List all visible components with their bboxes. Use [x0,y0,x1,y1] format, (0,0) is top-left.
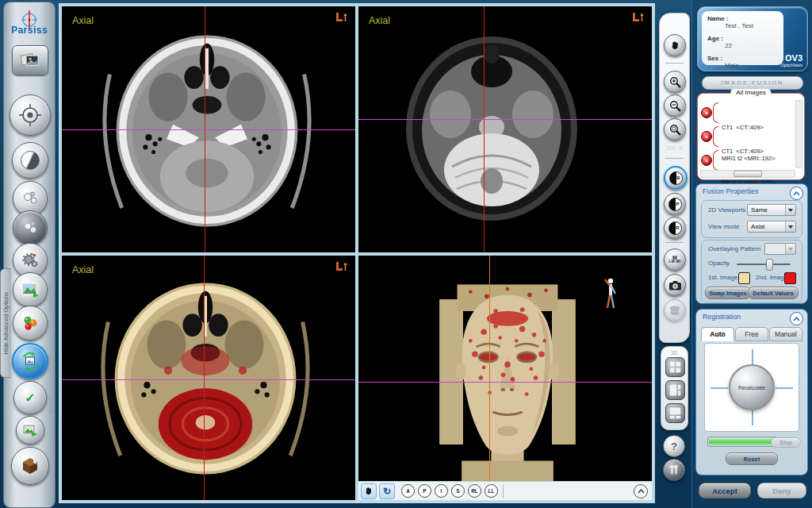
save-series-button[interactable] [664,299,686,321]
viewport-fused-axial[interactable]: Axial [62,256,355,500]
collapse-panel-button[interactable] [790,312,803,325]
orient-left-lateral-button[interactable]: LL [485,484,498,498]
rotate-3d-button[interactable]: ↻ [379,483,395,499]
measurement-icon: M LM:MI [669,255,681,264]
measure-button[interactable]: M LM:MI [664,248,686,271]
viewport-3d-render[interactable]: ↻ A P I S RL LL [358,256,652,500]
overlay-group: Overlaying Pattern Opacity 1st. Image 2n… [701,240,802,303]
window-preset2-button[interactable]: P [664,193,686,215]
windowing-tool-button[interactable] [12,142,48,179]
dropdown-arrow-icon [785,205,795,215]
image-fusion-header: IMAGE FUSION [702,76,803,90]
home-box-icon [20,456,40,476]
pair-bracket [713,102,718,123]
window-preset3-button[interactable]: R [664,217,686,239]
default-values-button[interactable]: Default Values [748,287,799,299]
export-image-button[interactable] [16,416,44,444]
scrollbar-thumb[interactable] [733,171,762,177]
orient-right-lateral-button[interactable]: RL [468,484,481,498]
crosshair-vertical-line[interactable] [484,6,485,252]
layout-main-top-button[interactable] [665,403,685,423]
exit-home-button[interactable] [11,447,49,485]
window-brain-button[interactable]: B [664,166,688,190]
pan-tool-button[interactable] [664,34,686,56]
patient-images-button[interactable] [12,45,48,75]
tab-manual[interactable]: Manual [769,327,802,341]
zoom-in-button[interactable] [664,71,686,93]
application-window: Parsiss [0,0,812,508]
layout-quad-icon [668,360,682,374]
contrast-icon: R [668,221,682,235]
dropdown-arrow-icon [785,244,795,254]
view-mode-select[interactable]: Axial [747,221,796,233]
image-overlay-button[interactable] [13,272,48,307]
vertical-scrollbar[interactable] [795,100,802,168]
viewport-orientation-label: Axial [72,264,94,275]
2d-viewports-label: 2D Viewports [708,206,745,214]
stop-button[interactable]: Stop [771,437,801,448]
landscape-image-icon [21,281,40,298]
viewport-orientation-label: Axial [369,15,390,26]
target-tool-button[interactable] [10,94,51,136]
screenshot-button[interactable] [664,274,686,296]
brand-subname: OpticVision [780,64,802,68]
zoom-out-icon [669,100,681,112]
crosshair-segment [710,387,728,389]
opacity-slider[interactable] [737,264,791,265]
remove-pair-icon[interactable]: × [701,107,712,118]
swap-images-button[interactable]: Swap Images [705,287,751,299]
crosshair-target-icon [18,103,42,127]
patient-name-value: Test , Test [725,22,753,29]
crosshair-vertical-line[interactable] [489,256,490,482]
deny-button[interactable]: Deny [757,483,806,498]
confirm-button[interactable]: ✓ [13,381,47,414]
color-spheres-button[interactable] [13,306,48,341]
tab-auto[interactable]: Auto [701,327,734,341]
second-image-color-swatch[interactable] [784,272,796,284]
image-fusion-active-button[interactable] [12,343,48,379]
recalculate-button[interactable]: Recalculate [729,364,775,410]
first-image-color-swatch[interactable] [738,272,750,284]
database-icon [669,306,680,316]
first-image-label: 1st. Image [708,274,737,281]
logo-text: Parsiss [4,25,55,36]
crosshair-horizontal-line[interactable] [62,379,355,380]
orient-anterior-button[interactable]: A [401,484,415,498]
collapse-toolbar-button[interactable] [634,484,648,498]
layout-3d-label: 3D [661,350,688,356]
orient-inferior-button[interactable]: I [435,484,448,498]
orient-superior-button[interactable]: S [451,484,465,498]
collapse-panel-button[interactable] [790,187,803,200]
horizontal-scrollbar[interactable] [700,170,795,178]
overlaying-pattern-select[interactable] [764,243,796,255]
layout-main-left-button[interactable] [665,380,685,400]
viewport-ct-axial[interactable]: Axial [62,6,355,252]
export-image-icon [22,423,38,437]
orient-posterior-button[interactable]: P [418,484,431,498]
tab-free[interactable]: Free [735,327,768,341]
zoom-out-button[interactable] [664,94,686,117]
camera-icon [668,280,682,291]
crosshair-horizontal-line[interactable] [358,119,652,120]
zoom-region-button[interactable] [664,118,686,140]
crosshair-vertical-line[interactable] [204,256,205,500]
points-icon [21,189,40,208]
registration-markers-button[interactable] [13,210,48,245]
registration-panel: Registration Auto Free Manual Recalculat… [695,309,808,475]
settings-tools-button[interactable] [663,459,685,481]
crosshair-horizontal-line[interactable] [358,382,652,383]
pan-hand-button[interactable] [361,483,377,499]
viewport-mri-axial[interactable]: Axial [358,6,652,252]
hide-advanced-options-tab[interactable]: Hide Advanced Options [0,268,11,378]
group-label-registration: Registration [48,182,55,225]
toolbar-divider [503,485,504,498]
layout-quad-button[interactable] [665,357,685,377]
remove-pair-icon[interactable]: × [701,131,712,142]
opacity-slider-thumb[interactable] [766,259,773,271]
reset-button[interactable]: Reset [726,452,778,465]
2d-viewports-select[interactable]: Same [747,204,796,216]
accept-button[interactable]: Accept [699,483,751,498]
crosshair-horizontal-line[interactable] [62,129,355,130]
help-button[interactable]: ? [663,435,685,457]
remove-pair-icon[interactable]: × [701,155,712,166]
